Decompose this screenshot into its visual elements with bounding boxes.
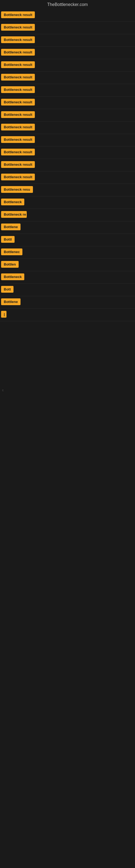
- list-item: Bottlenec: [0, 246, 135, 259]
- bottleneck-badge[interactable]: Bottleneck result: [1, 124, 35, 130]
- spacer-1: [0, 321, 135, 343]
- list-item: Bottleneck result: [0, 72, 135, 84]
- bottleneck-badge[interactable]: Bottleneck result: [1, 149, 35, 155]
- list-item: Bottleneck: [0, 271, 135, 284]
- list-item: Bottleneck: [0, 196, 135, 209]
- bottleneck-badge[interactable]: Bottlene: [1, 223, 20, 230]
- bottleneck-badge[interactable]: Bottleneck re: [1, 211, 27, 218]
- bottleneck-badge[interactable]: Bott: [1, 286, 13, 293]
- list-item: Bottleneck result: [0, 59, 135, 72]
- spacer-3: [0, 365, 135, 386]
- list-item: Bottlene: [0, 221, 135, 234]
- page-container: TheBottlenecker.com Bottleneck resultBot…: [0, 0, 135, 524]
- list-item: Bottleneck result: [0, 147, 135, 159]
- bottleneck-badge[interactable]: Bottleneck result: [1, 36, 35, 43]
- bottleneck-badge[interactable]: Bottlene: [1, 299, 20, 305]
- spacer-8: [0, 480, 135, 502]
- bottleneck-badge[interactable]: Bottleneck result: [1, 11, 35, 18]
- bottleneck-badge[interactable]: Bottl: [1, 236, 14, 243]
- list-item: Bottleneck result: [0, 84, 135, 97]
- list-item: Bottleneck result: [0, 46, 135, 59]
- bottleneck-badge[interactable]: Bottleneck resu: [1, 186, 33, 193]
- list-item: Bottleneck result: [0, 9, 135, 22]
- list-item: Bottleneck result: [0, 122, 135, 134]
- bottleneck-badge[interactable]: Bottleneck result: [1, 99, 35, 105]
- bottleneck-badge[interactable]: Bottleneck result: [1, 161, 35, 168]
- site-title: TheBottlenecker.com: [0, 0, 135, 9]
- bottleneck-badge[interactable]: Bottleneck result: [1, 49, 35, 56]
- spacer-4: [0, 393, 135, 415]
- bottleneck-badge[interactable]: Bottleneck result: [1, 74, 35, 81]
- list-item: Bottleneck result: [0, 34, 135, 46]
- bottleneck-badge[interactable]: Bottleneck result: [1, 174, 35, 180]
- bottleneck-badge[interactable]: Bottleneck result: [1, 61, 35, 68]
- spacer-9: [0, 502, 135, 524]
- spacer-6: [0, 437, 135, 458]
- list-item: Bottleneck result: [0, 22, 135, 34]
- rows-container: Bottleneck resultBottleneck resultBottle…: [0, 9, 135, 321]
- spacer-2: [0, 343, 135, 365]
- bottleneck-badge[interactable]: Bottleneck: [1, 273, 24, 280]
- bottleneck-badge[interactable]: Bottleneck result: [1, 86, 35, 93]
- list-item: Bottlen: [0, 259, 135, 271]
- list-item: Bottleneck result: [0, 109, 135, 122]
- bottleneck-badge[interactable]: |: [1, 311, 6, 318]
- bottleneck-badge[interactable]: Bottlenec: [1, 248, 22, 255]
- bottleneck-badge[interactable]: Bottlen: [1, 261, 18, 268]
- list-item: Bottleneck result: [0, 159, 135, 172]
- spacer-7: [0, 458, 135, 480]
- list-item: |: [0, 309, 135, 321]
- list-item: Bottleneck result: [0, 172, 135, 184]
- bottleneck-badge[interactable]: Bottleneck: [1, 198, 24, 205]
- list-item: Bottl: [0, 234, 135, 246]
- bottleneck-badge[interactable]: Bottleneck result: [1, 111, 35, 118]
- spacer-5: [0, 415, 135, 437]
- list-item: Bottleneck result: [0, 97, 135, 109]
- bottleneck-badge[interactable]: Bottleneck result: [1, 24, 35, 31]
- bottom-section: c: [0, 386, 135, 393]
- list-item: Bott: [0, 284, 135, 296]
- list-item: Bottleneck resu: [0, 184, 135, 196]
- bottleneck-badge[interactable]: Bottleneck result: [1, 136, 35, 143]
- list-item: Bottleneck result: [0, 134, 135, 147]
- list-item: Bottleneck re: [0, 209, 135, 221]
- list-item: Bottlene: [0, 296, 135, 309]
- bottom-label: c: [1, 388, 5, 393]
